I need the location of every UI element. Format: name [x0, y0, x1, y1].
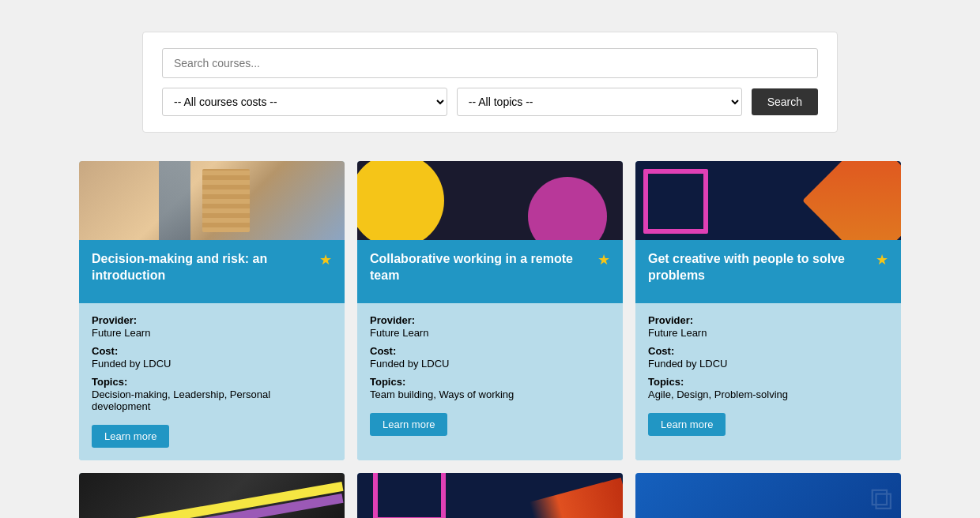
- topics-label-3: Topics:: [648, 376, 888, 388]
- course-card-5: [357, 473, 623, 518]
- card-title-bar-1: Decision-making and risk: an introductio…: [79, 240, 345, 303]
- cost-field-2: Cost: Funded by LDCU: [370, 345, 610, 370]
- card-image-3: [635, 161, 901, 240]
- learn-more-btn-2[interactable]: Learn more: [370, 413, 447, 436]
- topics-field-2: Topics: Team building, Ways of working: [370, 376, 610, 400]
- cost-value-1: Funded by LDCU: [92, 358, 332, 370]
- card-image-4: [79, 473, 345, 518]
- cost-field-1: Cost: Funded by LDCU: [92, 345, 332, 370]
- provider-label-3: Provider:: [648, 314, 888, 326]
- course-card-4: [79, 473, 345, 518]
- course-card-3: Get creative with people to solve proble…: [635, 161, 901, 460]
- provider-field-2: Provider: Future Learn: [370, 314, 610, 339]
- topics-field-3: Topics: Agile, Design, Problem-solving: [648, 376, 888, 400]
- filter-row: -- All courses costs -- Free Paid Funded…: [162, 88, 818, 116]
- learn-more-btn-3[interactable]: Learn more: [648, 413, 726, 436]
- card-title-3: Get creative with people to solve proble…: [648, 251, 869, 284]
- course-card-1: Decision-making and risk: an introductio…: [79, 161, 345, 460]
- card-body-3: Provider: Future Learn Cost: Funded by L…: [635, 303, 901, 460]
- search-section: -- All courses costs -- Free Paid Funded…: [142, 32, 838, 133]
- page-wrapper: -- All courses costs -- Free Paid Funded…: [0, 0, 980, 518]
- topics-value-1: Decision-making, Leadership, Personal de…: [92, 388, 332, 412]
- topics-field-1: Topics: Decision-making, Leadership, Per…: [92, 376, 332, 412]
- costs-filter-select[interactable]: -- All courses costs -- Free Paid Funded…: [162, 88, 447, 116]
- provider-value-2: Future Learn: [370, 327, 610, 339]
- card-image-6: [635, 473, 901, 518]
- card-image-1: [79, 161, 345, 240]
- topics-value-3: Agile, Design, Problem-solving: [648, 388, 888, 400]
- provider-field-3: Provider: Future Learn: [648, 314, 888, 339]
- search-button[interactable]: Search: [752, 88, 818, 115]
- card-body-1: Provider: Future Learn Cost: Funded by L…: [79, 303, 345, 460]
- course-card-6: [635, 473, 901, 518]
- search-input[interactable]: [162, 48, 818, 78]
- card-body-2: Provider: Future Learn Cost: Funded by L…: [357, 303, 623, 460]
- card-image-5: [357, 473, 623, 518]
- card-image-2: [357, 161, 623, 240]
- cost-label-1: Cost:: [92, 345, 332, 357]
- cost-label-3: Cost:: [648, 345, 888, 357]
- cost-label-2: Cost:: [370, 345, 610, 357]
- provider-value-1: Future Learn: [92, 327, 332, 339]
- provider-field-1: Provider: Future Learn: [92, 314, 332, 339]
- cost-field-3: Cost: Funded by LDCU: [648, 345, 888, 370]
- card-title-2: Collaborative working in a remote team: [370, 251, 591, 284]
- course-card-2: Collaborative working in a remote team ★…: [357, 161, 623, 460]
- provider-label-2: Provider:: [370, 314, 610, 326]
- star-icon-3[interactable]: ★: [876, 251, 888, 268]
- topics-filter-select[interactable]: -- All topics -- Agile Decision-making D…: [457, 88, 742, 116]
- star-icon-2[interactable]: ★: [597, 251, 610, 268]
- card-title-bar-2: Collaborative working in a remote team ★: [357, 240, 623, 303]
- provider-label-1: Provider:: [92, 314, 332, 326]
- search-input-row: [162, 48, 818, 78]
- learn-more-btn-1[interactable]: Learn more: [92, 425, 169, 448]
- cost-value-3: Funded by LDCU: [648, 358, 888, 370]
- cost-value-2: Funded by LDCU: [370, 358, 610, 370]
- card-title-bar-3: Get creative with people to solve proble…: [635, 240, 901, 303]
- topics-label-1: Topics:: [92, 376, 332, 388]
- star-icon-1[interactable]: ★: [319, 251, 332, 268]
- card-title-1: Decision-making and risk: an introductio…: [92, 251, 313, 284]
- topics-label-2: Topics:: [370, 376, 610, 388]
- topics-value-2: Team building, Ways of working: [370, 388, 610, 400]
- provider-value-3: Future Learn: [648, 327, 888, 339]
- cards-grid: Decision-making and risk: an introductio…: [0, 148, 980, 518]
